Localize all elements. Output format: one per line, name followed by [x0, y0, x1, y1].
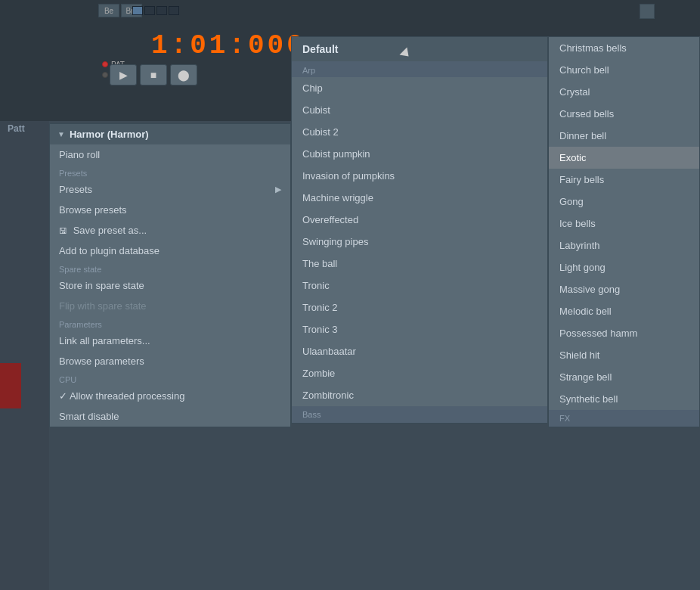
- arp-item-tronic3[interactable]: Tronic 3: [292, 318, 547, 340]
- bells-item-shield[interactable]: Shield hit: [549, 344, 699, 366]
- parameters-header-label: Parameters: [59, 320, 102, 329]
- bells-item-church[interactable]: Church bell: [549, 59, 699, 81]
- arp-bass-label: Bass: [302, 410, 321, 419]
- bells-item-light-gong[interactable]: Light gong: [549, 256, 699, 278]
- arp-default-label: Default: [302, 43, 338, 55]
- menu-item-presets-submenu[interactable]: Presets ▶: [50, 179, 290, 200]
- harmor-menu: ▼ Harmor (Harmor) Piano roll Presets Pre…: [49, 123, 291, 427]
- menu-item-add-plugin[interactable]: Add to plugin database: [50, 241, 290, 261]
- bells-item-crystal[interactable]: Crystal: [549, 81, 699, 103]
- smart-disable-label: Smart disable: [59, 411, 119, 422]
- shield-hit-label: Shield hit: [559, 349, 599, 361]
- flip-spare-label: Flip with spare state: [59, 300, 147, 312]
- church-bell-label: Church bell: [559, 64, 609, 76]
- link-params-label: Link all parameters...: [59, 335, 150, 346]
- christmas-bells-label: Christmas bells: [559, 42, 627, 54]
- arp-default-item[interactable]: Default: [292, 37, 547, 61]
- bells-item-labyrinth[interactable]: Labyrinth: [549, 234, 699, 256]
- cursed-bells-label: Cursed bells: [559, 108, 614, 120]
- bells-item-fairy[interactable]: Fairy bells: [549, 169, 699, 191]
- arp-item-machine-wriggle[interactable]: Machine wriggle: [292, 187, 547, 209]
- bells-item-cursed[interactable]: Cursed bells: [549, 103, 699, 125]
- arp-tronic-label: Tronic: [302, 280, 330, 291]
- menu-item-link-params[interactable]: Link all parameters...: [50, 331, 290, 351]
- arp-item-overeffected[interactable]: Overeffected: [292, 209, 547, 231]
- bells-item-gong[interactable]: Gong: [549, 191, 699, 213]
- patt-label: Patt: [8, 123, 25, 134]
- arp-item-cubist2[interactable]: Cubist 2: [292, 121, 547, 143]
- cpu-section-header: CPU: [50, 371, 290, 386]
- menu-item-browse-params[interactable]: Browse parameters: [50, 351, 290, 371]
- arp-item-cubist[interactable]: Cubist: [292, 99, 547, 121]
- arp-the-ball-label: The ball: [302, 258, 337, 269]
- ice-bells-label: Ice bells: [559, 218, 596, 229]
- arp-zombie-label: Zombie: [302, 368, 335, 379]
- bells-item-synthetic[interactable]: Synthetic bell: [549, 388, 699, 410]
- transport-buttons: ▶ ■ ⬤: [110, 64, 197, 85]
- menu-item-allow-threading[interactable]: Allow threaded processing: [50, 386, 290, 406]
- exotic-label: Exotic: [559, 152, 586, 163]
- bells-item-exotic[interactable]: Exotic: [549, 147, 699, 169]
- top-right-indicator: [640, 4, 655, 19]
- store-spare-label: Store in spare state: [59, 280, 144, 291]
- beat-display: [132, 6, 179, 15]
- stop-icon: ■: [150, 69, 156, 81]
- small-btn-1[interactable]: Be: [98, 4, 119, 17]
- bells-item-massive-gong[interactable]: Massive gong: [549, 278, 699, 300]
- arp-overeffected-label: Overeffected: [302, 214, 358, 225]
- pat-radio[interactable]: [102, 61, 108, 67]
- dinner-bell-label: Dinner bell: [559, 130, 606, 141]
- fx-section-label: FX: [559, 414, 570, 423]
- menu-item-save-preset[interactable]: 🖫 Save preset as...: [50, 220, 290, 241]
- menu-item-smart-disable[interactable]: Smart disable: [50, 406, 290, 427]
- bells-item-dinner[interactable]: Dinner bell: [549, 125, 699, 147]
- beat-cell-4: [169, 6, 179, 15]
- bells-item-ice[interactable]: Ice bells: [549, 213, 699, 234]
- parameters-section-header: Parameters: [50, 316, 290, 331]
- presets-section-header: Presets: [50, 165, 290, 179]
- bells-item-melodic[interactable]: Melodic bell: [549, 300, 699, 322]
- menu-item-store-spare[interactable]: Store in spare state: [50, 275, 290, 296]
- arp-ulaanbaatar-label: Ulaanbaatar: [302, 346, 356, 357]
- play-button[interactable]: ▶: [110, 64, 137, 85]
- browse-params-label: Browse parameters: [59, 356, 144, 367]
- arp-item-swinging-pipes[interactable]: Swinging pipes: [292, 231, 547, 253]
- arp-item-tronic[interactable]: Tronic: [292, 275, 547, 297]
- arp-item-cubist-pumpkin[interactable]: Cubist pumpkin: [292, 143, 547, 165]
- bells-item-possessed[interactable]: Possessed hamm: [549, 322, 699, 344]
- arp-item-zombitronic[interactable]: Zombitronic: [292, 384, 547, 406]
- possessed-hamm-label: Possessed hamm: [559, 328, 637, 339]
- red-accent-indicator: [0, 363, 21, 408]
- bells-item-strange[interactable]: Strange bell: [549, 366, 699, 388]
- arp-swinging-pipes-label: Swinging pipes: [302, 236, 368, 247]
- arp-item-the-ball[interactable]: The ball: [292, 253, 547, 275]
- arp-item-zombie[interactable]: Zombie: [292, 362, 547, 384]
- arp-cubist-pumpkin-label: Cubist pumpkin: [302, 148, 370, 160]
- arp-tronic2-label: Tronic 2: [302, 302, 337, 313]
- arp-bass-section: Bass: [292, 406, 547, 423]
- arp-item-ulaanbaatar[interactable]: Ulaanbaatar: [292, 340, 547, 362]
- menu-item-piano-roll[interactable]: Piano roll: [50, 144, 290, 165]
- strange-bell-label: Strange bell: [559, 371, 612, 383]
- menu-item-flip-spare: Flip with spare state: [50, 296, 290, 316]
- arp-section-header: Arp: [292, 61, 547, 77]
- song-radio[interactable]: [102, 72, 108, 78]
- arp-item-invasion[interactable]: Invasion of pumpkins: [292, 165, 547, 187]
- presets-header-label: Presets: [59, 169, 87, 178]
- cpu-header-label: CPU: [59, 375, 76, 384]
- save-preset-label: Save preset as...: [73, 225, 147, 236]
- arp-zombitronic-label: Zombitronic: [302, 390, 354, 401]
- arp-machine-wriggle-label: Machine wriggle: [302, 192, 373, 203]
- stop-button[interactable]: ■: [140, 64, 167, 85]
- bells-item-christmas[interactable]: Christmas bells: [549, 37, 699, 59]
- arp-header-label: Arp: [302, 66, 315, 75]
- labyrinth-label: Labyrinth: [559, 240, 599, 251]
- record-button[interactable]: ⬤: [170, 64, 197, 85]
- beat-cell-3: [156, 6, 167, 15]
- time-display: 1:01:000: [151, 30, 306, 61]
- arp-item-tronic2[interactable]: Tronic 2: [292, 297, 547, 318]
- menu-item-browse-presets[interactable]: Browse presets: [50, 200, 290, 220]
- arp-item-chip[interactable]: Chip: [292, 77, 547, 99]
- arp-tronic3-label: Tronic 3: [302, 324, 337, 335]
- harmor-arrow-down-icon: ▼: [57, 130, 65, 138]
